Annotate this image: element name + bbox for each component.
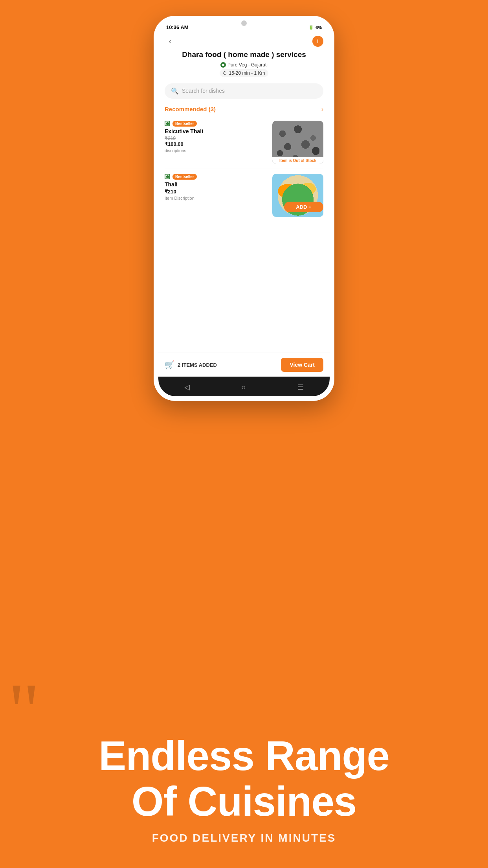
out-of-stock-label: Item is Out of Stock (272, 157, 323, 164)
item-original-price: ₹210 (165, 136, 268, 141)
bestseller-tag: Bestseller (172, 121, 197, 127)
menu-item: Bestseller Thali ₹210 Item Discription (165, 169, 323, 222)
item-image-container: Item is Out of Stock (272, 121, 323, 164)
veg-indicator-icon (165, 174, 170, 179)
restaurant-meta: Pure Veg - Gujarati (165, 62, 323, 68)
item-details: Bestseller Thali ₹210 Item Discription (165, 174, 268, 217)
tagline-line2: Of Cuisines (132, 778, 356, 824)
item-name: Exicutive Thali (165, 128, 268, 134)
bottom-navigation: ◁ ○ ☰ (158, 377, 330, 396)
nav-home-button[interactable]: ○ (234, 382, 254, 393)
item-description: Item Discription (165, 196, 268, 200)
cart-icon: 🛒 (165, 360, 174, 370)
search-container: 🔍 Search for dishes (158, 80, 330, 102)
phone-screen: 10:36 AM 🔋 6% ‹ i (158, 20, 330, 396)
item-description: discriptions (165, 148, 268, 153)
delivery-time-text: 15-20 min - 1 Km (229, 70, 265, 76)
item-badges: Bestseller (165, 121, 268, 127)
nav-menu-button[interactable]: ☰ (290, 381, 312, 393)
back-button[interactable]: ‹ (165, 36, 176, 47)
battery-icon: 🔋 (308, 25, 314, 30)
recommended-title: Recommended (3) (165, 106, 216, 112)
tagline-line1: Endless Range (99, 733, 389, 779)
app-header: ‹ i (158, 33, 330, 48)
app-content: ‹ i Dhara food ( home made ) services Pu… (158, 33, 330, 396)
search-bar[interactable]: 🔍 Search for dishes (165, 83, 323, 99)
menu-item: Bestseller Exicutive Thali ₹210 ₹100.00 … (165, 116, 323, 169)
search-placeholder: Search for dishes (182, 88, 225, 94)
cart-items-count: 2 ITEMS ADDED (178, 362, 217, 368)
veg-inner-dot (166, 175, 169, 178)
veg-dot-icon (220, 62, 226, 68)
item-price: ₹210 (165, 189, 268, 195)
cuisine-text: Pure Veg - Gujarati (227, 62, 268, 68)
veg-inner-dot (166, 122, 169, 125)
search-icon: 🔍 (171, 87, 179, 95)
veg-badge: Pure Veg - Gujarati (220, 62, 268, 68)
cart-info: 🛒 2 ITEMS ADDED (165, 360, 217, 370)
item-image-container: ADD + (272, 174, 323, 217)
quote-decoration: " (8, 671, 40, 750)
restaurant-name: Dhara food ( home made ) services (165, 50, 323, 60)
item-details: Bestseller Exicutive Thali ₹210 ₹100.00 … (165, 121, 268, 164)
nav-back-button[interactable]: ◁ (176, 381, 198, 393)
chevron-right-icon[interactable]: › (321, 106, 323, 113)
battery-level: 6% (316, 25, 322, 30)
add-to-cart-button[interactable]: ADD + (284, 202, 323, 212)
item-name: Thali (165, 181, 268, 188)
add-button-container: ADD + (284, 202, 323, 212)
phone-notch (241, 20, 247, 26)
restaurant-info: Dhara food ( home made ) services Pure V… (158, 48, 330, 80)
item-badges: Bestseller (165, 174, 268, 180)
status-icons: 🔋 6% (308, 25, 322, 30)
item-price: ₹100.00 (165, 141, 268, 147)
bottom-section: " Endless Range Of Cuisines FOOD DELIVER… (0, 436, 488, 868)
tagline-main: Endless Range Of Cuisines (75, 733, 413, 824)
info-button[interactable]: i (312, 36, 323, 47)
phone-outer: 10:36 AM 🔋 6% ‹ i (154, 16, 334, 401)
view-cart-button[interactable]: View Cart (281, 358, 323, 372)
back-arrow-icon: ‹ (169, 37, 171, 46)
recommended-header: Recommended (3) › (158, 102, 330, 116)
phone-mockup: 10:36 AM 🔋 6% ‹ i (154, 16, 334, 401)
cart-bar: 🛒 2 ITEMS ADDED View Cart (158, 353, 330, 377)
delivery-time-badge: ⏱ 15-20 min - 1 Km (220, 69, 268, 77)
delivery-meta: ⏱ 15-20 min - 1 Km (165, 69, 323, 77)
clock-icon: ⏱ (223, 71, 227, 75)
veg-indicator-icon (165, 121, 170, 126)
menu-items-list: Bestseller Exicutive Thali ₹210 ₹100.00 … (158, 116, 330, 353)
bestseller-tag: Bestseller (172, 174, 197, 180)
info-icon: i (317, 38, 319, 44)
status-time: 10:36 AM (166, 24, 189, 30)
tagline-sub: FOOD DELIVERY IN MINUTES (152, 832, 336, 844)
